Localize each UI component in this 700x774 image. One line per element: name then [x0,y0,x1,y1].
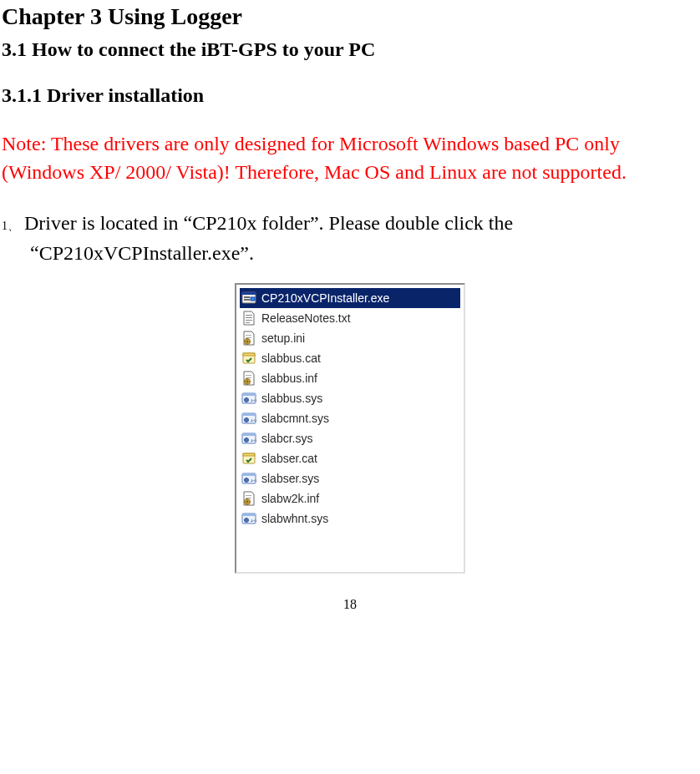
file-explorer-window: CP210xVCPInstaller.exeReleaseNotes.txtse… [235,283,465,574]
file-row[interactable]: slabw2k.inf [240,488,460,508]
file-name: setup.ini [258,331,305,345]
file-row[interactable]: slabbus.inf [240,368,460,388]
sys-file-icon: 4-0 [240,429,258,448]
svg-rect-10 [246,337,251,338]
file-row[interactable]: ReleaseNotes.txt [240,308,460,328]
ini-file-icon [240,329,258,347]
svg-rect-22 [247,379,248,384]
svg-rect-31 [242,413,256,416]
svg-rect-24 [242,393,256,396]
svg-rect-16 [243,353,255,356]
exe-file-icon [240,289,258,307]
list-marker: 1、 [2,220,19,232]
file-name: slabser.cat [258,452,317,465]
svg-rect-7 [246,320,252,321]
svg-rect-18 [246,377,251,378]
svg-rect-28 [246,397,247,402]
svg-rect-64 [246,518,247,523]
file-name: CP210xVCPInstaller.exe [258,291,389,305]
svg-rect-60 [242,513,256,516]
file-row[interactable]: 4-0slabser.sys [240,468,460,488]
file-row[interactable]: 4-0slabcmnt.sys [240,408,460,428]
subsection-title: 3.1.1 Driver installation [2,84,698,107]
ini-file-icon [240,489,258,508]
svg-rect-54 [246,498,251,498]
sys-file-icon: 4-0 [240,409,258,427]
quote-open: “ [30,242,39,264]
txt-file-icon [240,309,258,327]
svg-rect-2 [244,296,250,298]
svg-text:4-0: 4-0 [251,519,256,523]
file-row[interactable]: 4-0slabwhnt.sys [240,508,460,529]
svg-rect-1 [242,292,256,295]
instruction-step: 1、 Driver is located in “CP210x folder”.… [2,208,698,268]
instruction-text-mid: . Please double click the [319,212,514,234]
svg-text:4-0: 4-0 [251,398,256,402]
file-row[interactable]: 4-0slabcr.sys [240,428,460,448]
file-row[interactable]: CP210xVCPInstaller.exe [240,288,460,308]
svg-rect-4 [251,297,255,301]
svg-text:4-0: 4-0 [251,478,256,483]
sys-file-icon: 4-0 [240,469,258,488]
svg-rect-5 [246,315,252,316]
svg-rect-8 [246,322,250,323]
sys-file-icon: 4-0 [240,509,258,528]
svg-rect-3 [244,299,250,301]
note-text: Note: These drivers are only designed fo… [2,130,698,186]
svg-rect-9 [246,335,251,336]
file-list: CP210xVCPInstaller.exeReleaseNotes.txtse… [236,285,464,572]
svg-rect-45 [243,453,255,456]
cat-file-icon [240,349,258,367]
svg-text:4-0: 4-0 [251,418,256,422]
file-row[interactable]: slabbus.cat [240,348,460,368]
svg-rect-53 [246,495,251,496]
svg-rect-58 [247,499,248,504]
file-name: slabw2k.inf [258,492,319,505]
section-title: 3.1 How to connect the iBT-GPS to your P… [2,38,698,61]
exe-name: CP210xVCPInstaller.exe [39,242,241,264]
svg-rect-17 [246,375,251,376]
folder-name: CP210x folder [192,212,310,234]
quote-close: ” [240,242,249,264]
cat-file-icon [240,449,258,468]
svg-rect-38 [242,433,256,436]
svg-rect-47 [242,473,256,476]
file-name: ReleaseNotes.txt [258,311,351,325]
quote-open: “ [184,212,193,234]
svg-rect-6 [246,317,252,318]
ini-file-icon [240,369,258,387]
svg-rect-35 [246,417,247,422]
file-row[interactable]: 4-0slabbus.sys [240,388,460,408]
file-row[interactable]: setup.ini [240,328,460,348]
svg-text:4-0: 4-0 [251,438,256,443]
svg-rect-51 [246,478,247,483]
file-name: slabbus.inf [258,372,317,385]
quote-close: ” [310,212,319,234]
file-name: slabcr.sys [258,432,312,445]
file-name: slabwhnt.sys [258,512,328,525]
file-name: slabcmnt.sys [258,412,329,425]
file-name: slabser.sys [258,472,319,485]
svg-rect-14 [247,339,248,344]
file-row[interactable]: slabser.cat [240,448,460,468]
file-name: slabbus.cat [258,352,321,365]
sys-file-icon: 4-0 [240,389,258,407]
instruction-text-prefix: Driver is located in [24,212,184,234]
chapter-title: Chapter 3 Using Logger [2,3,698,30]
file-name: slabbus.sys [258,392,322,405]
page-number: 18 [2,597,698,612]
instruction-text-suffix: . [249,242,254,264]
svg-rect-42 [246,438,247,443]
